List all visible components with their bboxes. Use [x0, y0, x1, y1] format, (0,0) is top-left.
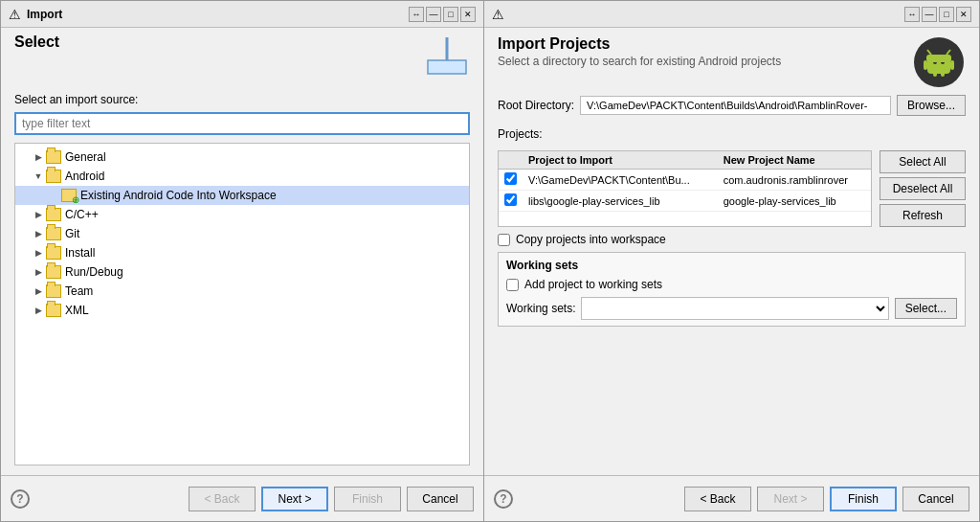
left-title: Import	[27, 8, 62, 21]
projects-table: Project to Import New Project Name V:\Ga…	[499, 151, 871, 212]
help-button-left[interactable]: ?	[11, 489, 30, 509]
left-content: Select an import source: ▶ General ▼ And…	[1, 83, 483, 475]
expander-install[interactable]: ▶	[31, 245, 46, 261]
copy-projects-label: Copy projects into workspace	[516, 233, 666, 246]
label-existing-android: Existing Android Code Into Workspace	[80, 189, 277, 202]
root-dir-value: V:\GameDev\PACKT\Content\Builds\Android\…	[580, 96, 891, 115]
tree-item-install[interactable]: ▶ Install	[15, 243, 469, 262]
svg-rect-0	[428, 60, 466, 74]
expander-team[interactable]: ▶	[31, 284, 46, 299]
working-sets-label: Working sets:	[506, 302, 575, 315]
left-bottom-bar: ? < Back Next > Finish Cancel	[1, 475, 483, 521]
expander-git[interactable]: ▶	[31, 226, 46, 241]
right-restore-button[interactable]: ↔	[904, 7, 920, 22]
restore-button[interactable]: ↔	[409, 7, 424, 22]
tree-item-xml[interactable]: ▶ XML	[15, 301, 469, 320]
import-icon	[424, 34, 470, 79]
add-to-working-sets-checkbox[interactable]	[506, 279, 519, 291]
cancel-button-left[interactable]: Cancel	[407, 487, 474, 511]
add-project-row: Add project to working sets	[506, 278, 957, 291]
special-icon-existing	[61, 189, 77, 202]
expander-rundebug[interactable]: ▶	[31, 264, 46, 280]
root-dir-label: Root Directory:	[498, 99, 574, 112]
tree-item-existing-android[interactable]: Existing Android Code Into Workspace	[15, 186, 469, 205]
project-checkbox-2[interactable]	[504, 193, 517, 206]
next-button-right[interactable]: Next >	[757, 487, 824, 511]
working-sets-select-button[interactable]: Select...	[895, 298, 957, 319]
tree-item-git[interactable]: ▶ Git	[15, 224, 469, 243]
label-git: Git	[65, 227, 79, 240]
working-sets-row: Working sets: Select...	[506, 297, 957, 320]
project-path-1: V:\GameDev\PACKT\Content\Bu...	[523, 170, 718, 191]
tree-item-general[interactable]: ▶ General	[15, 148, 469, 167]
tree-item-rundebug[interactable]: ▶ Run/Debug	[15, 262, 469, 282]
svg-rect-6	[950, 60, 954, 70]
copy-projects-checkbox[interactable]	[498, 234, 510, 246]
right-heading: Import Projects	[498, 35, 781, 53]
right-panel: ⚠ ↔ — □ ✕ Import Projects Select a direc…	[484, 1, 979, 521]
folder-icon-install	[46, 246, 61, 260]
close-button[interactable]: ✕	[460, 7, 476, 22]
label-general: General	[65, 150, 106, 164]
refresh-button[interactable]: Refresh	[880, 204, 966, 227]
add-to-working-sets-label: Add project to working sets	[524, 278, 662, 291]
col-new-name: New Project Name	[718, 151, 871, 170]
next-button-left[interactable]: Next >	[261, 487, 328, 511]
back-button-left[interactable]: < Back	[189, 487, 256, 511]
folder-icon-rundebug	[46, 265, 61, 279]
expander-xml[interactable]: ▶	[31, 303, 46, 318]
tree-item-cpp[interactable]: ▶ C/C++	[15, 205, 469, 224]
svg-rect-7	[933, 70, 937, 77]
import-title-icon: ⚠	[9, 7, 21, 22]
folder-icon-team	[46, 284, 61, 298]
label-xml: XML	[65, 304, 89, 317]
right-bottom-bar: ? < Back Next > Finish Cancel	[484, 475, 979, 521]
expander-general[interactable]: ▶	[31, 149, 46, 165]
project-checkbox-1[interactable]	[504, 172, 517, 185]
tree-container: ▶ General ▼ Android Existing Android Cod…	[14, 143, 470, 465]
copy-projects-row: Copy projects into workspace	[498, 233, 966, 246]
right-title-icon: ⚠	[492, 7, 504, 22]
tree-item-team[interactable]: ▶ Team	[15, 282, 469, 301]
svg-rect-8	[941, 70, 945, 77]
left-panel: ⚠ Import ↔ — □ ✕ Select Select an i	[1, 1, 484, 521]
left-heading: Select	[14, 34, 59, 51]
expander-existing	[46, 188, 61, 203]
table-row: V:\GameDev\PACKT\Content\Bu... com.audro…	[499, 170, 871, 191]
working-sets-dropdown[interactable]	[581, 297, 888, 320]
finish-button-right[interactable]: Finish	[830, 487, 897, 511]
folder-icon-xml	[46, 304, 61, 317]
maximize-button[interactable]: □	[443, 7, 458, 22]
projects-area: Project to Import New Project Name V:\Ga…	[498, 150, 966, 227]
back-button-right[interactable]: < Back	[684, 487, 751, 511]
deselect-all-button[interactable]: Deselect All	[880, 177, 966, 200]
filter-input[interactable]	[14, 112, 470, 135]
finish-button-left[interactable]: Finish	[334, 487, 401, 511]
right-titlebar: ⚠ ↔ — □ ✕	[484, 1, 979, 28]
folder-icon-git	[46, 227, 61, 240]
minimize-button[interactable]: —	[426, 7, 441, 22]
label-install: Install	[65, 246, 95, 260]
browse-button[interactable]: Browse...	[897, 95, 966, 116]
label-android: Android	[65, 170, 104, 183]
help-button-right[interactable]: ?	[494, 489, 513, 509]
right-close-button[interactable]: ✕	[956, 7, 971, 22]
svg-rect-13	[926, 55, 951, 62]
right-maximize-button[interactable]: □	[939, 7, 954, 22]
table-row: libs\google-play-services_lib google-pla…	[499, 191, 871, 212]
select-all-button[interactable]: Select All	[880, 150, 966, 173]
right-minimize-button[interactable]: —	[922, 7, 937, 22]
android-logo	[912, 35, 966, 89]
expander-android[interactable]: ▼	[31, 169, 46, 184]
folder-icon-general	[46, 150, 61, 164]
folder-icon-android	[46, 170, 61, 183]
expander-cpp[interactable]: ▶	[31, 207, 46, 222]
projects-label: Projects:	[498, 127, 966, 141]
root-dir-row: Root Directory: V:\GameDev\PACKT\Content…	[498, 95, 966, 116]
col-project: Project to Import	[523, 151, 718, 170]
tree-item-android[interactable]: ▼ Android	[15, 167, 469, 186]
project-name-2: google-play-services_lib	[718, 191, 871, 212]
projects-table-container: Project to Import New Project Name V:\Ga…	[498, 150, 872, 227]
svg-rect-5	[924, 60, 927, 70]
cancel-button-right[interactable]: Cancel	[902, 487, 969, 511]
